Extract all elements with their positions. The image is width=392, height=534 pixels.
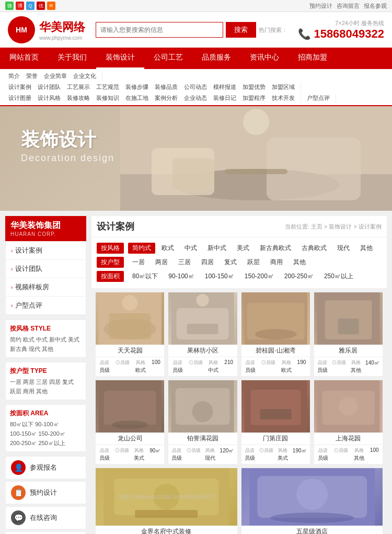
sidebar-tag-yueceng[interactable]: 跃层	[10, 388, 21, 395]
nav-join[interactable]: 招商加盟	[289, 48, 337, 69]
filter-area-150200[interactable]: 150-200㎡	[240, 271, 278, 282]
sub-nav-jmys[interactable]: 加盟优势	[239, 82, 269, 92]
top-link-design[interactable]: 预约设计	[309, 2, 332, 10]
sidebar-tag-250up[interactable]: 250㎡以上	[38, 439, 65, 447]
sub-nav-jianjie[interactable]: 简介	[5, 71, 23, 81]
filter-area-200250[interactable]: 200-250㎡	[280, 271, 318, 282]
sub-nav-gsdt[interactable]: 公司动态	[181, 82, 210, 92]
design-card-6[interactable]: 铂誉满花园 品设员级 ◎员级 风格现代 120㎡	[168, 380, 237, 464]
sub-nav-sjal[interactable]: 设计案例	[5, 82, 34, 92]
sidebar-menu-item-1[interactable]: › 设计案例	[6, 242, 86, 260]
sidebar-tag-jianyue[interactable]: 简约	[10, 336, 21, 344]
nav-craft[interactable]: 公司工艺	[144, 48, 192, 69]
sub-nav-zxzs[interactable]: 装修知识	[93, 93, 122, 103]
filter-type-yiju[interactable]: 一居	[128, 257, 149, 268]
sub-nav-zxgl[interactable]: 装修攻略	[64, 93, 93, 103]
design-card-wide-2[interactable]: 五星级酒店 品设季康 ◎员级员级 1216	[241, 468, 383, 534]
nav-news[interactable]: 资讯中心	[240, 48, 289, 69]
filter-type-liangju[interactable]: 两居	[151, 257, 172, 268]
filter-style-xinzhongshi[interactable]: 新中式	[203, 243, 230, 254]
filter-type-fushi[interactable]: 复式	[220, 257, 241, 268]
sidebar-menu-item-4[interactable]: › 户型点评	[6, 297, 86, 315]
design-card-2[interactable]: 果林坊小区 品设员级 ◎员级 风格中式 210	[168, 292, 237, 376]
sidebar-action-visit[interactable]: 👤 参观报名	[5, 456, 86, 479]
sidebar-tag-xiandai[interactable]: 现代	[29, 345, 40, 353]
sidebar-tag-liangju[interactable]: 两居	[23, 378, 34, 386]
filter-area-90100[interactable]: 90-100㎡	[164, 271, 198, 282]
design-card-8[interactable]: 上海花园 品设员级 ◎员级 风格其他 100	[314, 380, 383, 464]
sidebar-tag-100150[interactable]: 100-150㎡	[10, 430, 37, 438]
nav-home[interactable]: 网站首页	[0, 48, 48, 69]
sidebar-tag-meishi[interactable]: 美式	[68, 336, 79, 344]
sidebar-tag-zhongshi[interactable]: 中式	[36, 336, 48, 344]
sub-nav-zxpz[interactable]: 装修品质	[152, 82, 181, 92]
sidebar-tag-fushi[interactable]: 复式	[62, 378, 74, 386]
search-input[interactable]	[96, 22, 223, 38]
sidebar-tag-oushi[interactable]: 欧式	[23, 336, 34, 344]
filter-style-qita[interactable]: 其他	[356, 243, 377, 254]
sidebar-tag-xinzhongshi[interactable]: 新中式	[49, 336, 66, 344]
filter-type-siju[interactable]: 四居	[197, 257, 218, 268]
qq-icon[interactable]: Q	[26, 2, 34, 10]
filter-style-gudian[interactable]: 古典欧式	[297, 243, 331, 254]
sub-nav-zsgz[interactable]: 在施工地	[122, 93, 152, 103]
top-link-consult[interactable]: 咨询留言	[337, 2, 360, 10]
sub-nav-jmqy[interactable]: 加盟区域	[269, 82, 298, 92]
filter-area-100150[interactable]: 100-150㎡	[201, 271, 238, 282]
sub-nav-zxrj[interactable]: 装修日记	[210, 93, 239, 103]
design-card-3[interactable]: 碧桂园·山湘湾 品设员级 ◎员级 风格欧式 190	[241, 292, 310, 376]
sidebar-tag-shangyong[interactable]: 商用	[23, 388, 34, 395]
sidebar-tag-xingudianoushi[interactable]: 新古典	[10, 345, 27, 353]
design-card-4[interactable]: 雅乐居 品设员级 ◎员级 风格其他 140㎡	[314, 292, 383, 376]
sidebar-action-appoint[interactable]: 📋 预约设计	[5, 481, 86, 504]
sub-nav-mbbj[interactable]: 模样报道	[210, 82, 239, 92]
sidebar-tag-200250[interactable]: 200-250㎡	[10, 439, 37, 447]
sub-nav-rongyu[interactable]: 荣誉	[23, 71, 41, 81]
sidebar-tag-qita[interactable]: 其他	[42, 345, 53, 353]
sub-nav-qyjianzhang[interactable]: 企业简章	[41, 71, 70, 81]
filter-style-jianyueshi[interactable]: 简约式	[128, 243, 155, 254]
design-card-7[interactable]: 门第庄园 品设员级 ◎员级 风格美式 190㎡	[241, 380, 310, 464]
sidebar-tag-yiju[interactable]: 一居	[10, 378, 21, 386]
sub-nav-sjtd[interactable]: 设计团队	[34, 82, 64, 92]
sub-nav-qywenhua[interactable]: 企业文化	[70, 71, 99, 81]
sidebar-tag-qita2[interactable]: 其他	[36, 388, 48, 395]
filter-area-250up[interactable]: 250㎡以上	[320, 271, 358, 282]
sidebar-tag-80[interactable]: 80㎡以下	[10, 421, 33, 428]
design-card-5[interactable]: 龙山公司 品设员级 ◎员级 风格美式 90㎡	[96, 380, 164, 464]
top-link-visit[interactable]: 报名参观	[364, 2, 387, 10]
sidebar-tag-siju[interactable]: 四居	[49, 378, 61, 386]
filter-type-shangyong[interactable]: 商用	[266, 257, 287, 268]
filter-style-xingudian[interactable]: 新古典欧式	[256, 243, 295, 254]
sidebar-tag-sanju[interactable]: 三居	[36, 378, 48, 386]
filter-style-meishi[interactable]: 美式	[233, 243, 253, 254]
youku-icon[interactable]: 优	[37, 2, 45, 10]
sidebar-action-consult[interactable]: 💬 在线咨询	[5, 506, 86, 529]
sub-nav-sjtc[interactable]: 设计图册	[5, 93, 34, 103]
sidebar-action-weibo[interactable]: 微 新浪微博	[5, 531, 86, 534]
filter-area-80[interactable]: 80㎡以下	[128, 271, 162, 282]
sidebar-tag-90100[interactable]: 90-100㎡	[35, 421, 59, 428]
sidebar-tag-150200[interactable]: 150-200㎡	[38, 430, 65, 438]
nav-quality[interactable]: 品质服务	[192, 48, 240, 69]
search-button[interactable]: 搜索	[226, 22, 256, 38]
sidebar-menu-item-2[interactable]: › 设计团队	[6, 260, 86, 278]
sidebar-menu-item-3[interactable]: › 视频样板房	[6, 278, 86, 297]
sub-nav-gyzs[interactable]: 工艺展示	[64, 82, 93, 92]
filter-type-qita[interactable]: 其他	[289, 257, 310, 268]
filter-style-oushi[interactable]: 欧式	[157, 243, 178, 254]
sub-nav-qydt[interactable]: 企业动态	[181, 93, 210, 103]
sub-nav-alfx[interactable]: 案例分析	[152, 93, 181, 103]
filter-type-sanju[interactable]: 三居	[174, 257, 195, 268]
rss-icon[interactable]: R	[47, 2, 55, 10]
filter-style-zhongshi[interactable]: 中式	[180, 243, 201, 254]
sub-nav-sjfg[interactable]: 设计风格	[34, 93, 64, 103]
sub-nav-jmcd[interactable]: 加盟程序	[239, 93, 269, 103]
design-card-1[interactable]: 天天花园 品设员级 ◎员级 风格欧式 100	[96, 292, 164, 376]
sub-nav-hxdp[interactable]: 户型点评	[304, 93, 333, 103]
filter-style-xiandai[interactable]: 现代	[333, 243, 354, 254]
nav-design[interactable]: 装饰设计	[96, 48, 144, 69]
design-card-wide-1[interactable]: https://www.huzhan.com/shop3672 金界名府中式装修…	[96, 468, 237, 534]
sub-nav-jskf[interactable]: 技术开发	[269, 93, 298, 103]
sub-nav-zxbz[interactable]: 装修步骤	[122, 82, 152, 92]
